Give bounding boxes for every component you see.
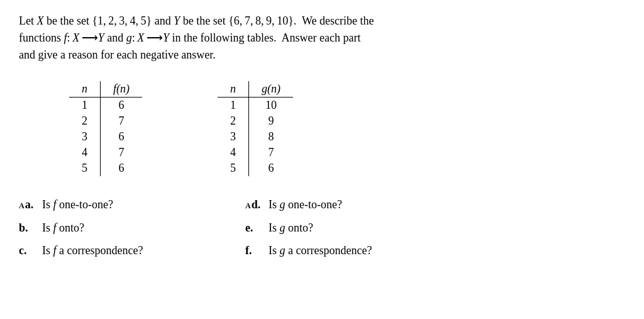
question-d-row: Ad. Is g one-to-one? [245,195,484,215]
question-a-label: Aa. [19,195,36,215]
question-b-row: b. Is f onto? [19,218,208,238]
table-g-row5-n: 5 [218,160,249,176]
table-row: 1 6 [69,98,142,114]
question-d-text: Is g one-to-one? [263,195,342,215]
table-g-row2-n: 2 [218,113,249,129]
question-f-letter: f. [245,241,252,260]
question-a-text: Is f one-to-one? [36,195,113,215]
table-f-row4-n: 4 [69,145,101,160]
table-g-row1-n: 1 [218,98,249,114]
table-g-row5-gn: 6 [249,160,294,176]
table-f: n f(n) 1 6 2 7 3 6 4 7 [69,81,142,176]
table-g-row1-gn: 10 [249,98,294,114]
table-g-row4-gn: 7 [249,145,294,160]
table-g-row2-gn: 9 [249,113,294,129]
intro-paragraph: Let X be the set {1, 2, 3, 4, 5} and Y b… [19,13,625,64]
table-row: 1 10 [218,98,293,114]
table-row: 4 7 [218,145,293,160]
table-row: 2 9 [218,113,293,129]
table-f-col-n: n [69,81,101,98]
table-f-row2-fn: 7 [101,113,143,129]
table-row: 2 7 [69,113,142,129]
question-b-text: Is f onto? [36,218,84,238]
questions-right: Ad. Is g one-to-one? e. Is g onto? f. Is… [245,195,484,264]
question-a-row: Aa. Is f one-to-one? [19,195,208,215]
table-g-row4-n: 4 [218,145,249,160]
superscript-a-left: A [19,199,25,212]
table-f-row2-n: 2 [69,113,101,129]
table-g-row3-n: 3 [218,129,249,145]
table-f-row1-n: 1 [69,98,101,114]
question-c-text: Is f a correspondence? [36,241,143,260]
table-f-row1-fn: 6 [101,98,143,114]
question-e-label: e. [245,218,263,238]
table-f-row5-n: 5 [69,160,101,176]
question-f-label: f. [245,241,263,260]
question-c-row: c. Is f a correspondence? [19,241,208,260]
table-row: 3 6 [69,129,142,145]
tables-section: n f(n) 1 6 2 7 3 6 4 7 [19,81,625,176]
table-g: n g(n) 1 10 2 9 3 8 4 7 [218,81,293,176]
table-f-row5-fn: 6 [101,160,143,176]
question-a-letter: a. [25,195,34,215]
question-c-letter: c. [19,241,27,260]
question-b-label: b. [19,218,36,238]
question-f-text: Is g a correspondence? [263,241,372,260]
question-d-label: Ad. [245,195,263,215]
table-g-row3-gn: 8 [249,129,294,145]
table-f-wrapper: n f(n) 1 6 2 7 3 6 4 7 [69,81,142,176]
question-c-label: c. [19,241,36,260]
questions-left: Aa. Is f one-to-one? b. Is f onto? c. Is… [19,195,208,264]
question-e-letter: e. [245,218,253,238]
table-row: 5 6 [69,160,142,176]
table-f-row3-n: 3 [69,129,101,145]
table-row: 3 8 [218,129,293,145]
table-g-wrapper: n g(n) 1 10 2 9 3 8 4 7 [218,81,293,176]
question-e-row: e. Is g onto? [245,218,484,238]
question-d-letter: d. [252,195,261,215]
table-f-row3-fn: 6 [101,129,143,145]
table-f-row4-fn: 7 [101,145,143,160]
table-f-col-fn: f(n) [101,81,143,98]
question-f-row: f. Is g a correspondence? [245,241,484,260]
table-g-col-n: n [218,81,249,98]
table-row: 5 6 [218,160,293,176]
superscript-a-right: A [245,199,251,212]
questions-section: Aa. Is f one-to-one? b. Is f onto? c. Is… [19,195,625,264]
table-row: 4 7 [69,145,142,160]
table-g-col-gn: g(n) [249,81,294,98]
question-b-letter: b. [19,218,28,238]
question-e-text: Is g onto? [263,218,313,238]
